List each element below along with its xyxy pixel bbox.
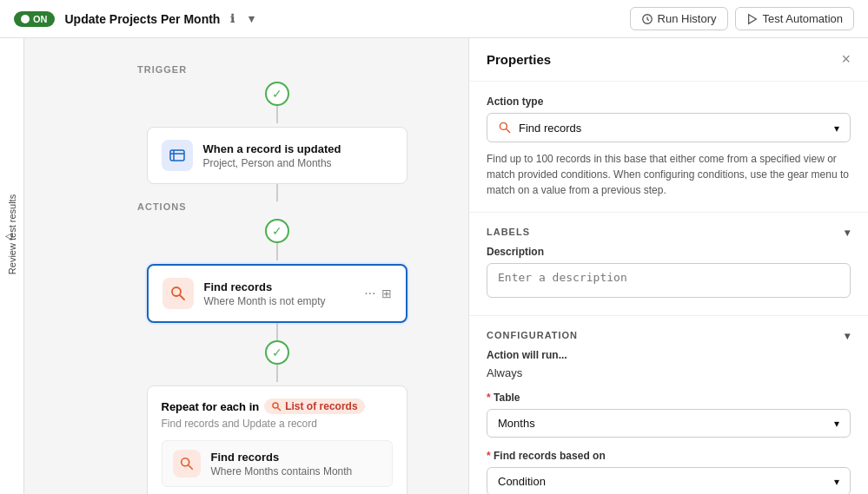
main-content: Review test results ◁ TRIGGER ✓: [0, 38, 868, 494]
repeat-label: Repeat for each in: [162, 400, 260, 413]
trigger-node: ✓: [265, 82, 289, 123]
action-will-run-value: Always: [487, 366, 851, 379]
right-panel: Properties × Action type Find records Fi…: [468, 38, 868, 494]
inner-find-records-title: Find records: [211, 451, 381, 464]
labels-section: LABELS Description: [469, 213, 868, 316]
flow-column: TRIGGER ✓ When a record is updated Pro: [103, 56, 451, 494]
trigger-card-content: When a record is updated Project, Person…: [203, 142, 393, 169]
inner-find-icon: [173, 450, 201, 478]
trigger-label: TRIGGER: [137, 64, 187, 75]
action-node-1: ✓: [265, 219, 289, 260]
svg-line-10: [188, 465, 192, 470]
chevron-down-icon[interactable]: ▾: [244, 12, 258, 26]
repeat-chip[interactable]: List of records: [264, 398, 364, 414]
arrow-left-icon: ◁: [5, 231, 12, 240]
info-text: Find up to 100 records in this base that…: [487, 151, 851, 198]
inner-find-records-sub: Where Months contains Month: [211, 465, 381, 478]
app-title: Update Projects Per Month ℹ ▾: [65, 12, 630, 26]
description-input[interactable]: [487, 263, 851, 298]
dot-menu-icon[interactable]: ···: [364, 286, 375, 301]
toggle-button[interactable]: ON: [14, 11, 55, 27]
table-row-config: Table Months: [487, 392, 851, 438]
topbar: ON Update Projects Per Month ℹ ▾ Run His…: [0, 0, 868, 38]
find-records-content: Find records Where Month is not empty: [204, 280, 354, 307]
find-records-select-icon: [498, 121, 512, 135]
action-check-2: ✓: [265, 340, 289, 365]
inner-find-records-content: Find records Where Months contains Month: [211, 451, 381, 478]
repeat-header: Repeat for each in List of records: [162, 398, 393, 414]
inner-find-records-card[interactable]: Find records Where Months contains Month: [162, 440, 393, 487]
connector-line: [276, 106, 278, 123]
labels-chevron-icon[interactable]: [845, 227, 851, 239]
expand-icon[interactable]: ⊞: [381, 287, 392, 300]
table-chevron-icon: [834, 417, 839, 430]
toggle-label: ON: [33, 14, 48, 24]
svg-marker-1: [748, 14, 756, 23]
svg-rect-2: [170, 150, 184, 161]
table-value: Months: [498, 417, 535, 430]
find-based-label: Find records based on: [487, 450, 851, 462]
action-type-section: Action type Find records Find up to 100 …: [469, 82, 868, 213]
action-will-run-row: Action will run... Always: [487, 349, 851, 379]
description-label: Description: [487, 246, 851, 258]
canvas: TRIGGER ✓ When a record is updated Pro: [24, 38, 468, 494]
trigger-card-sub: Project, Person and Months: [203, 157, 393, 169]
configuration-section: CONFIGURATION Action will run... Always …: [469, 316, 868, 494]
trigger-card[interactable]: When a record is updated Project, Person…: [147, 127, 407, 184]
config-chevron-icon[interactable]: [845, 330, 851, 342]
table-label: Table: [487, 392, 851, 404]
connector-line-3: [276, 243, 278, 260]
svg-line-13: [507, 129, 510, 133]
connector-line-5: [276, 365, 278, 382]
find-based-chevron-icon: [834, 475, 839, 488]
labels-section-title: LABELS: [487, 227, 851, 237]
run-history-button[interactable]: Run History: [630, 7, 728, 30]
trigger-check-circle: ✓: [265, 82, 289, 106]
action-will-run-label: Action will run...: [487, 349, 851, 361]
find-records-title: Find records: [204, 280, 354, 293]
action-type-chevron: [834, 122, 839, 135]
repeat-sub: Find records and Update a record: [162, 418, 393, 430]
test-automation-button[interactable]: Test Automation: [735, 7, 855, 30]
actions-label: ACTIONS: [137, 201, 187, 212]
find-records-sub: Where Month is not empty: [204, 295, 354, 307]
action-node-2: ✓: [265, 340, 289, 382]
info-icon[interactable]: ℹ: [225, 12, 239, 26]
svg-line-6: [180, 295, 184, 300]
svg-line-8: [278, 408, 281, 411]
close-button[interactable]: ×: [841, 50, 851, 69]
action-type-value: Find records: [519, 122, 581, 135]
panel-title: Properties: [487, 52, 551, 67]
action-type-label: Action type: [487, 96, 851, 108]
repeat-chip-label: List of records: [285, 400, 357, 412]
find-based-row: Find records based on Condition: [487, 450, 851, 494]
action-type-select[interactable]: Find records: [487, 113, 851, 142]
topbar-actions: Run History Test Automation: [630, 7, 854, 30]
repeat-block: Repeat for each in List of records Find …: [147, 385, 407, 494]
repeat-inner: Find records Where Months contains Month: [162, 440, 393, 494]
panel-header: Properties ×: [469, 38, 868, 82]
connector-line-2: [276, 184, 278, 201]
find-records-actions: ··· ⊞: [364, 286, 391, 301]
connector-line-4: [276, 323, 278, 340]
action-check-1: ✓: [265, 219, 289, 243]
configuration-section-title: CONFIGURATION: [487, 330, 851, 340]
find-based-value: Condition: [498, 475, 546, 488]
toggle-dot: [21, 15, 30, 23]
left-sidebar: Review test results ◁: [0, 38, 24, 494]
select-field-content: Find records: [498, 121, 581, 135]
find-records-card[interactable]: Find records Where Month is not empty ··…: [147, 264, 407, 323]
trigger-card-title: When a record is updated: [203, 142, 393, 155]
table-select[interactable]: Months: [487, 409, 851, 438]
trigger-card-icon: [162, 140, 193, 171]
find-based-select[interactable]: Condition: [487, 467, 851, 494]
find-records-icon: [162, 278, 194, 309]
